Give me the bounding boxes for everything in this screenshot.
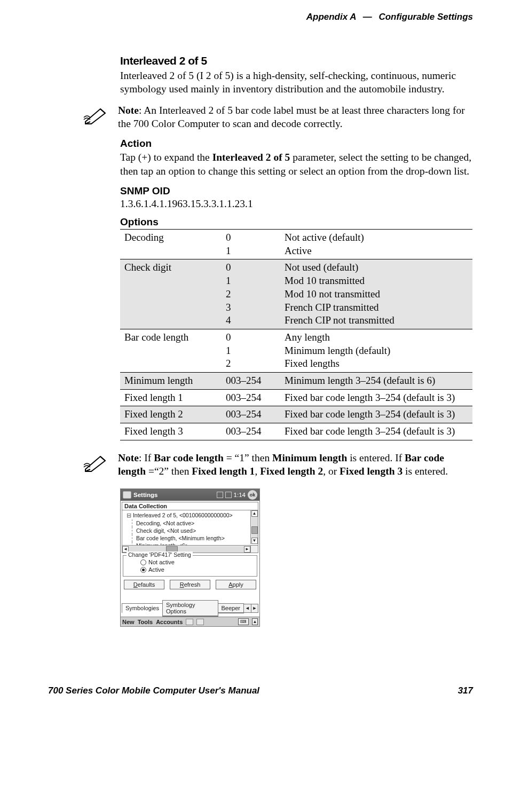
- opt-desc: Fixed bar code length 3–254 (default is …: [280, 423, 472, 440]
- radio-icon[interactable]: [140, 559, 146, 565]
- opt-codes: 003–254: [222, 389, 280, 406]
- device-titlebar: Settings 1:14 ok: [121, 489, 259, 501]
- menu-new[interactable]: New: [122, 619, 135, 625]
- tree-item[interactable]: Decoding, <Not active>: [127, 519, 256, 527]
- section-intro: Interleaved 2 of 5 (I 2 of 5) is a high-…: [120, 69, 473, 96]
- apply-button[interactable]: Apply: [216, 580, 256, 589]
- opt-desc: Not active (default) Active: [280, 230, 472, 259]
- scroll-down-button[interactable]: ▼: [251, 538, 258, 544]
- table-row: Fixed length 1 003–254 Fixed bar code le…: [120, 389, 472, 406]
- tree-view[interactable]: Interleaved 2 of 5, <001006000000000> De…: [122, 510, 258, 553]
- tab-symbology-options[interactable]: Symbology Options: [162, 600, 218, 617]
- radio-not-active[interactable]: Not active: [140, 559, 254, 565]
- opt-codes: 003–254: [222, 406, 280, 423]
- tab-strip: Symbologies Symbology Options Beeper ◄ ►: [122, 600, 258, 617]
- group-title: Data Collection: [122, 502, 258, 510]
- opt-codes: 0 1 2 3 4: [222, 259, 280, 329]
- table-row: Decoding 0 1 Not active (default) Active: [120, 230, 472, 259]
- menu-tools[interactable]: Tools: [138, 619, 153, 625]
- clock: 1:14: [234, 492, 246, 498]
- tree-item[interactable]: Check digit, <Not used>: [127, 527, 256, 534]
- toolbar-icon[interactable]: [186, 619, 193, 625]
- note-icon: [83, 106, 108, 128]
- device-screenshot: Settings 1:14 ok Data Collection Interle…: [120, 488, 260, 627]
- snmp-oid: 1.3.6.1.4.1.1963.15.3.3.1.1.23.1: [120, 198, 473, 210]
- ok-button[interactable]: ok: [248, 490, 257, 500]
- header-appendix: Appendix A: [306, 12, 356, 22]
- opt-codes: 0 1 2: [222, 329, 280, 372]
- device-menubar: New Tools Accounts ⌨ ▲: [121, 617, 259, 626]
- opt-desc: Fixed bar code length 3–254 (default is …: [280, 389, 472, 406]
- tab-symbologies[interactable]: Symbologies: [122, 603, 163, 613]
- table-row: Fixed length 2 003–254 Fixed bar code le…: [120, 406, 472, 423]
- table-row: Check digit 0 1 2 3 4 Not used (default)…: [120, 259, 472, 329]
- opt-name: Minimum length: [120, 372, 222, 389]
- scroll-up-button[interactable]: ▲: [251, 510, 258, 517]
- opt-desc: Not used (default) Mod 10 transmitted Mo…: [280, 259, 472, 329]
- tree-item[interactable]: Bar code length, <Minimum length>: [127, 534, 256, 542]
- opt-desc: Fixed bar code length 3–254 (default is …: [280, 406, 472, 423]
- running-header: Appendix A — Configurable Settings: [48, 12, 473, 22]
- sip-keyboard-icon[interactable]: ⌨: [238, 618, 249, 625]
- start-icon[interactable]: [123, 491, 131, 499]
- opt-name: Fixed length 1: [120, 389, 222, 406]
- scroll-right-button[interactable]: ►: [244, 546, 250, 553]
- options-heading: Options: [120, 216, 473, 228]
- note-icon: [83, 453, 108, 476]
- tree-root[interactable]: Interleaved 2 of 5, <001006000000000>: [127, 511, 256, 519]
- connectivity-icon[interactable]: [217, 492, 223, 498]
- footer-page: 317: [458, 685, 473, 696]
- note-1-label: Note: [118, 105, 139, 116]
- panel-title: Change 'PDF417' Setting: [127, 551, 193, 558]
- opt-codes: 003–254: [222, 423, 280, 440]
- note-2-text: Note: If Bar code length = “1” then Mini…: [118, 451, 473, 478]
- action-text: Tap (+) to expand the Interleaved 2 of 5…: [120, 151, 473, 178]
- scroll-thumb[interactable]: [251, 526, 258, 534]
- options-table: Decoding 0 1 Not active (default) Active…: [120, 229, 472, 440]
- toolbar-icon[interactable]: [196, 619, 204, 625]
- note-1-text: Note: An Interleaved 2 of 5 bar code lab…: [118, 104, 473, 131]
- snmp-heading: SNMP OID: [120, 185, 473, 197]
- table-row: Fixed length 3 003–254 Fixed bar code le…: [120, 423, 472, 440]
- menu-accounts[interactable]: Accounts: [156, 619, 183, 625]
- refresh-button[interactable]: Refresh: [170, 580, 210, 589]
- opt-name: Fixed length 2: [120, 406, 222, 423]
- header-dash: —: [359, 12, 376, 22]
- tab-beeper[interactable]: Beeper: [218, 603, 244, 613]
- device-title: Settings: [133, 492, 157, 498]
- sip-menu-up-icon[interactable]: ▲: [252, 618, 258, 625]
- header-title: Configurable Settings: [378, 12, 473, 22]
- tab-scroll-right-button[interactable]: ►: [251, 604, 258, 612]
- opt-name: Decoding: [120, 230, 222, 259]
- tab-scroll-left-button[interactable]: ◄: [244, 604, 251, 612]
- vertical-scrollbar[interactable]: ▲ ▼: [250, 510, 258, 544]
- scroll-corner: [250, 545, 258, 553]
- defaults-button[interactable]: Defaults: [124, 580, 164, 589]
- radio-active[interactable]: Active: [140, 566, 254, 573]
- opt-name: Check digit: [120, 259, 222, 329]
- opt-codes: 003–254: [222, 372, 280, 389]
- radio-icon[interactable]: [140, 567, 146, 573]
- opt-codes: 0 1: [222, 230, 280, 259]
- action-heading: Action: [120, 138, 473, 149]
- footer-manual: 700 Series Color Mobile Computer User's …: [48, 685, 259, 696]
- opt-desc: Any length Minimum length (default) Fixe…: [280, 329, 472, 372]
- table-row: Minimum length 003–254 Minimum length 3–…: [120, 372, 472, 389]
- change-setting-panel: Change 'PDF417' Setting Not active Activ…: [123, 555, 257, 577]
- opt-name: Fixed length 3: [120, 423, 222, 440]
- volume-icon[interactable]: [225, 492, 232, 498]
- opt-name: Bar code length: [120, 329, 222, 372]
- table-row: Bar code length 0 1 2 Any length Minimum…: [120, 329, 472, 372]
- opt-desc: Minimum length 3–254 (default is 6): [280, 372, 472, 389]
- section-title: Interleaved 2 of 5: [120, 54, 473, 67]
